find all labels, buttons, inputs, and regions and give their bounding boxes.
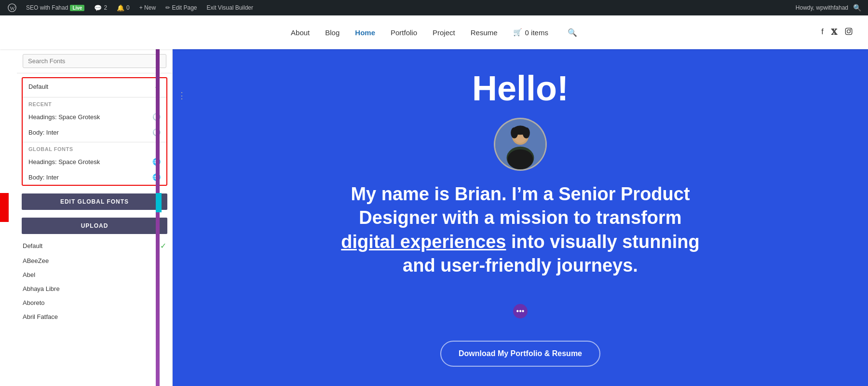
- nav-search-icon[interactable]: 🔍: [568, 28, 577, 37]
- social-icons: f 𝕏: [821, 28, 853, 37]
- font-option-body-recent[interactable]: Body: Inter 🕐: [23, 124, 166, 140]
- nav-about[interactable]: About: [291, 28, 310, 37]
- canvas-options-button[interactable]: ⋮: [177, 90, 186, 101]
- font-list-abril[interactable]: Abril Fatface: [17, 310, 172, 324]
- divider: [23, 97, 166, 97]
- admin-bar-right: Howdy, wpwithfahad 🔍: [796, 4, 864, 12]
- facebook-icon[interactable]: f: [821, 28, 823, 37]
- nav-project[interactable]: Project: [433, 28, 455, 37]
- font-list-default[interactable]: Default ✓: [17, 238, 172, 254]
- twitter-icon[interactable]: 𝕏: [831, 28, 837, 37]
- global-fonts-label: Global Fonts: [23, 144, 166, 154]
- avatar: [494, 118, 547, 171]
- svg-point-10: [511, 127, 518, 138]
- site-navigation: About Blog Home Portfolio Project Resume…: [0, 15, 868, 49]
- pending-button[interactable]: 🔔 0: [113, 0, 134, 15]
- new-button[interactable]: + New: [136, 0, 160, 15]
- cart-icon: 🛒: [513, 28, 522, 37]
- font-list-abel[interactable]: Abel: [17, 268, 172, 282]
- pending-icon: 🔔: [117, 4, 124, 12]
- site-name-button[interactable]: SEO with Fahad Live: [22, 0, 88, 15]
- font-dropdown: Default ✓ Recent Headings: Space Grotesk…: [22, 77, 167, 186]
- comments-button[interactable]: 💬 2: [90, 0, 111, 15]
- hero-section: ⋮ Hello! My n: [173, 49, 868, 386]
- nav-portfolio[interactable]: Portfolio: [391, 28, 417, 37]
- cta-button[interactable]: Download My Portfolio & Resume: [440, 341, 600, 367]
- upload-button[interactable]: UPLOAD: [22, 218, 167, 234]
- edit-global-fonts-button[interactable]: EDIT GLOBAL FONTS: [22, 193, 167, 210]
- font-option-headings-global[interactable]: Headings: Space Grotesk 🌐: [23, 154, 166, 169]
- teal-accent-bar: [156, 193, 162, 212]
- wp-logo-button[interactable]: W: [4, 0, 20, 15]
- hero-content: Hello! My name is Bri: [173, 49, 868, 297]
- font-list-aboreto[interactable]: Aboreto: [17, 296, 172, 310]
- font-list-abeezee[interactable]: ABeeZee: [17, 254, 172, 268]
- font-list-abhaya[interactable]: Abhaya Libre: [17, 282, 172, 296]
- nav-cart[interactable]: 🛒 0 items: [513, 28, 548, 37]
- edit-page-button[interactable]: ✏ Edit Page: [162, 0, 201, 15]
- svg-point-3: [847, 30, 851, 33]
- font-option-default[interactable]: Default ✓: [23, 78, 166, 95]
- admin-search-icon[interactable]: 🔍: [850, 4, 864, 12]
- font-panel: Default ✓ Recent Headings: Space Grotesk…: [17, 49, 173, 386]
- nav-home[interactable]: Home: [355, 28, 375, 37]
- nav-blog[interactable]: Blog: [325, 28, 339, 37]
- instagram-icon[interactable]: [845, 28, 853, 37]
- nav-links: About Blog Home Portfolio Project Resume…: [291, 28, 577, 37]
- svg-point-12: [508, 149, 533, 169]
- font-option-headings-recent[interactable]: Headings: Space Grotesk 🕐: [23, 109, 166, 124]
- avatar-image: [495, 119, 545, 169]
- red-accent-bar: [0, 193, 9, 222]
- hero-body-text: My name is Brian. I’m a Senior Product D…: [341, 182, 699, 278]
- selected-check-icon: ✓: [160, 241, 166, 250]
- font-search-input[interactable]: [23, 54, 166, 68]
- live-badge: Live: [70, 5, 84, 11]
- divider-2: [23, 142, 166, 142]
- recent-label: Recent: [23, 99, 166, 109]
- svg-point-4: [850, 29, 851, 30]
- font-list: Default ✓ ABeeZee Abel Abhaya Libre Abor…: [17, 238, 172, 386]
- font-option-body-global[interactable]: Body: Inter 🌐: [23, 169, 166, 185]
- dots-indicator[interactable]: •••: [513, 304, 528, 318]
- comment-icon: 💬: [94, 4, 102, 12]
- admin-bar: W SEO with Fahad Live 💬 2 🔔 0 + New ✏ Ed…: [0, 0, 868, 15]
- purple-accent-bar: [156, 49, 160, 386]
- svg-text:W: W: [10, 5, 15, 11]
- howdy-text: Howdy, wpwithfahad: [796, 4, 848, 11]
- font-search-container: [17, 49, 172, 73]
- svg-point-11: [523, 127, 530, 138]
- nav-resume[interactable]: Resume: [471, 28, 498, 37]
- exit-builder-button[interactable]: Exit Visual Builder: [203, 0, 258, 15]
- svg-rect-2: [845, 28, 852, 34]
- hero-title: Hello!: [472, 69, 569, 108]
